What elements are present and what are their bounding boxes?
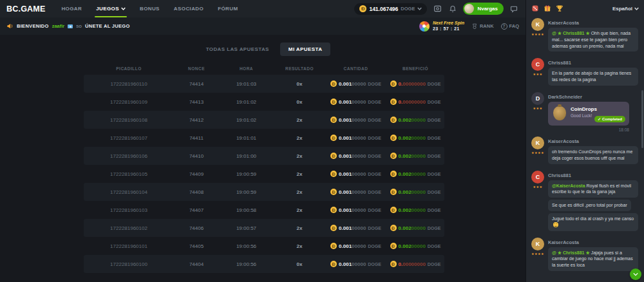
bet-nonce: 74407 — [174, 207, 219, 213]
mention[interactable]: @ ★ Chriss881 ★ — [552, 250, 591, 255]
balance-amount: 141.067496 — [369, 6, 398, 12]
nav-item-asociado[interactable]: ASOCIADO — [167, 0, 211, 17]
bet-hash: 1722281960109 — [84, 99, 174, 105]
coindrops-card[interactable]: CoinDrops Good Luck! Completed — [548, 102, 629, 126]
chat-username[interactable]: KaiserAcosta — [548, 240, 639, 245]
bet-hash: 1722281960104 — [84, 189, 174, 195]
scroll-to-bottom-button[interactable] — [630, 268, 641, 280]
chat-username[interactable]: Chriss881 — [548, 60, 639, 66]
nav-item-label: HOGAR — [61, 6, 82, 12]
nav-item-label: JUEGOS — [96, 6, 119, 12]
bet-benefit: 0.00000000 DOGE — [386, 80, 444, 87]
table-row[interactable]: 1722281960103 74407 19:00:58 2x 0.001000… — [84, 201, 444, 219]
bet-time: 19:01:01 — [219, 135, 274, 141]
doge-coin-icon — [330, 189, 337, 195]
chat-toggle-button[interactable] — [509, 4, 519, 14]
logo[interactable]: BC.GAME — [6, 5, 45, 14]
nav-item-frum[interactable]: FÓRUM — [211, 0, 245, 17]
nav-item-hogar[interactable]: HOGAR — [54, 0, 89, 17]
chat-username[interactable]: Chriss881 — [548, 173, 639, 178]
table-header: PICADILLONONCEHORARESULTADOCANTIDADBENEF… — [84, 62, 444, 75]
bet-time: 19:00:56 — [219, 261, 274, 267]
table-row[interactable]: 1722281960106 74410 19:01:00 2x 0.001000… — [84, 147, 444, 165]
chat-bubble: En la parte de abajo de la pagina tienes… — [548, 68, 638, 86]
coindrops-subtitle: Good Luck! — [571, 113, 597, 118]
welcome-label: BIENVENIDO — [17, 23, 49, 29]
table-row[interactable]: 1722281960102 74406 19:00:57 2x 0.001000… — [84, 219, 444, 237]
bet-nonce: 74409 — [174, 171, 219, 177]
bet-time: 19:00:56 — [219, 243, 274, 249]
balance-currency: DOGE — [401, 6, 415, 12]
chat-username[interactable]: KaiserAcosta — [548, 20, 639, 26]
chat-bubble: @KaiserAcosta Royal flush es el móvil es… — [548, 180, 638, 198]
faq-button[interactable]: FAQ — [501, 23, 519, 30]
welcomed-username: zaafir — [52, 23, 65, 29]
flag-icon — [68, 24, 73, 28]
doge-coin-icon — [330, 225, 337, 231]
nav-item-label: FÓRUM — [218, 6, 238, 12]
avatar[interactable]: C — [531, 58, 544, 71]
avatar[interactable]: K — [531, 18, 544, 31]
bet-amount: 0.00100000 DOGE — [325, 171, 386, 177]
table-row[interactable]: 1722281960104 74408 19:00:59 2x 0.001000… — [84, 183, 444, 201]
message-bubbles: @ ★ Chriss881 ★ Ohh que bien, nada mal..… — [548, 28, 639, 52]
balance-selector[interactable]: 141.067496 DOGE — [354, 3, 427, 15]
bet-amount: 0.00100000 DOGE — [325, 189, 386, 195]
language-selector[interactable]: Español — [612, 6, 639, 12]
doge-coin-icon — [390, 80, 397, 87]
nav-item-juegos[interactable]: JUEGOS — [89, 0, 133, 17]
message-content: DarkSchneider CoinDrops Good Luck! Compl… — [548, 92, 639, 132]
doge-coin-icon — [330, 153, 337, 159]
user-stars: ★★★ — [533, 185, 543, 189]
trophy-icon — [556, 5, 564, 12]
chat-username[interactable]: KaiserAcosta — [548, 138, 639, 144]
gift-button[interactable] — [544, 5, 551, 12]
message-content: KaiserAcosta oh tremendo CounDrops pero … — [548, 136, 639, 166]
mention[interactable]: @ ★ Chriss881 ★ — [552, 31, 591, 35]
doge-coin-icon — [330, 135, 337, 141]
avatar[interactable]: K — [531, 136, 544, 149]
vault-icon — [433, 5, 442, 13]
bet-hash: 1722281960103 — [84, 207, 174, 213]
bet-time: 19:00:59 — [219, 171, 274, 177]
announcement-right: Next Free Spin 23 : 57 : 21 RANK FAQ — [419, 21, 519, 32]
bets-tabs: TODAS LAS APUESTAS MI APUESTA — [84, 42, 444, 56]
welcome-message[interactable]: BIENVENIDO zaafir SO ÚNETE AL JUEGO — [6, 23, 130, 30]
vault-button[interactable] — [432, 4, 442, 14]
medal-icon — [471, 23, 478, 30]
bet-amount: 0.00100000 DOGE — [325, 153, 386, 159]
bet-amount: 0.00100000 DOGE — [325, 117, 386, 123]
tab-todas-las-apuestas[interactable]: TODAS LAS APUESTAS — [198, 42, 278, 56]
message-content: KaiserAcosta @ ★ Chriss881 ★ Ohh que bie… — [548, 18, 639, 53]
table-row[interactable]: 1722281960101 74405 19:00:56 2x 0.001000… — [84, 237, 444, 255]
user-stars: ★★★ — [533, 106, 543, 110]
dice-button[interactable] — [531, 5, 539, 12]
bet-result: 0x — [274, 81, 325, 87]
avatar[interactable]: K — [531, 238, 544, 250]
free-spin-widget[interactable]: Next Free Spin 23 : 57 : 21 — [419, 21, 464, 32]
chevron-down-icon — [633, 272, 638, 276]
tab-mi-apuesta[interactable]: MI APUESTA — [280, 42, 330, 56]
bet-hash: 1722281960108 — [84, 117, 174, 123]
bet-nonce: 74410 — [174, 153, 219, 159]
doge-coin-icon — [330, 243, 337, 249]
mention[interactable]: @KaiserAcosta — [552, 183, 587, 188]
avatar[interactable]: C — [531, 171, 544, 183]
table-row[interactable]: 1722281960105 74409 19:00:59 2x 0.001000… — [84, 165, 444, 183]
chat-scrollbar[interactable] — [641, 90, 643, 148]
table-row[interactable]: 1722281960100 74404 19:00:56 0x 0.001000… — [84, 255, 444, 273]
trophy-button[interactable] — [556, 5, 564, 12]
table-row[interactable]: 1722281960110 74414 19:01:03 0x 0.001000… — [84, 75, 444, 93]
bet-benefit: 0.00200000 DOGE — [386, 135, 444, 141]
chat-username[interactable]: DarkSchneider — [548, 94, 639, 100]
rank-button[interactable]: RANK — [471, 23, 494, 30]
user-menu-button[interactable]: Nvargas — [463, 3, 504, 15]
bet-nonce: 74412 — [174, 117, 219, 123]
table-row[interactable]: 1722281960108 74412 19:01:02 2x 0.001000… — [84, 111, 444, 129]
avatar[interactable]: D — [531, 92, 544, 105]
nav-item-bonus[interactable]: BONUS — [133, 0, 167, 17]
table-row[interactable]: 1722281960109 74413 19:01:02 0x 0.001000… — [84, 93, 444, 111]
table-row[interactable]: 1722281960107 74411 19:01:01 2x 0.001000… — [84, 129, 444, 147]
notifications-button[interactable] — [448, 4, 458, 14]
bet-amount: 0.00100000 DOGE — [325, 243, 386, 249]
